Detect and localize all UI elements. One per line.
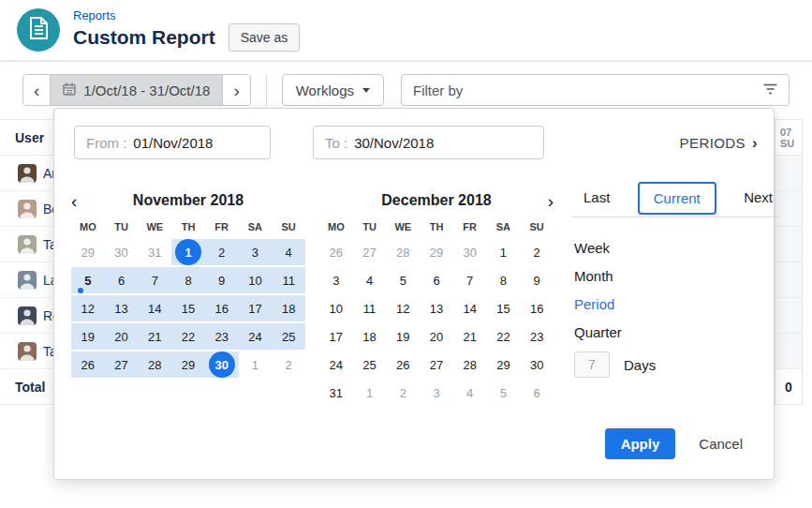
from-date-input[interactable]: From : 01/Nov/2018 <box>74 126 271 159</box>
calendar-day[interactable]: 20 <box>420 323 453 350</box>
calendar-day[interactable]: 20 <box>105 323 139 350</box>
calendar-day[interactable]: 12 <box>71 295 105 321</box>
calendar-day[interactable]: 4 <box>272 239 305 265</box>
days-count-input[interactable] <box>574 351 610 378</box>
calendar-day[interactable]: 18 <box>353 323 387 350</box>
calendar-day[interactable]: 30 <box>205 351 239 378</box>
calendar-day[interactable]: 14 <box>138 295 171 321</box>
calendar-day[interactable]: 4 <box>453 380 487 406</box>
calendar-day[interactable]: 7 <box>138 267 171 293</box>
tab-last[interactable]: Last <box>582 183 612 212</box>
calendar-day[interactable]: 6 <box>520 380 554 406</box>
worklogs-dropdown[interactable]: Worklogs <box>282 74 384 106</box>
calendar-day[interactable]: 26 <box>386 351 420 378</box>
apply-button[interactable]: Apply <box>605 428 676 459</box>
calendar-day[interactable]: 5 <box>487 380 521 406</box>
next-month-button[interactable]: › <box>529 192 554 210</box>
calendar-day[interactable]: 12 <box>386 295 420 321</box>
calendar-day[interactable]: 8 <box>487 267 521 293</box>
calendar-day[interactable]: 31 <box>138 239 171 265</box>
calendar-day[interactable]: 3 <box>319 267 353 293</box>
calendar-day[interactable]: 17 <box>319 323 353 350</box>
calendar-day[interactable]: 6 <box>420 267 453 293</box>
calendar-day[interactable]: 23 <box>520 323 554 350</box>
calendar-day[interactable]: 31 <box>319 380 353 406</box>
calendar-day[interactable]: 16 <box>205 295 239 321</box>
calendar-day[interactable]: 2 <box>272 351 305 378</box>
calendar-day[interactable]: 5 <box>386 267 420 293</box>
calendar-day[interactable]: 2 <box>520 239 554 265</box>
calendar-day[interactable]: 2 <box>205 239 239 265</box>
calendar-day[interactable]: 23 <box>205 323 239 350</box>
calendar-day[interactable]: 9 <box>205 267 239 293</box>
calendar-day[interactable]: 30 <box>520 351 554 378</box>
calendar-day[interactable]: 28 <box>386 239 420 265</box>
calendar-day[interactable]: 1 <box>487 239 521 265</box>
calendar-day[interactable]: 25 <box>272 323 305 350</box>
breadcrumb-reports-link[interactable]: Reports <box>73 8 300 22</box>
calendar-day[interactable]: 24 <box>319 351 353 378</box>
calendar-day[interactable]: 15 <box>487 295 521 321</box>
calendar-day[interactable]: 6 <box>105 267 139 293</box>
prev-month-button[interactable]: ‹ <box>71 192 96 210</box>
calendar-day[interactable]: 3 <box>239 239 273 265</box>
next-period-button[interactable]: › <box>223 75 249 105</box>
calendar-day[interactable]: 22 <box>487 323 521 350</box>
calendar-day[interactable]: 30 <box>105 239 139 265</box>
cancel-button[interactable]: Cancel <box>699 436 743 452</box>
calendar-day[interactable]: 9 <box>520 267 554 293</box>
calendar-day[interactable]: 11 <box>353 295 387 321</box>
calendar-day[interactable]: 13 <box>105 295 139 321</box>
calendar-day[interactable]: 28 <box>453 351 487 378</box>
calendar-day[interactable]: 14 <box>453 295 487 321</box>
calendar-day[interactable]: 7 <box>453 267 487 293</box>
calendar-day[interactable]: 30 <box>453 239 487 265</box>
to-date-input[interactable]: To : 30/Nov/2018 <box>313 126 544 159</box>
calendar-day[interactable]: 27 <box>353 239 387 265</box>
calendar-day[interactable]: 21 <box>453 323 487 350</box>
calendar-day[interactable]: 2 <box>386 380 420 406</box>
calendar-day[interactable]: 3 <box>420 380 453 406</box>
calendar-day[interactable]: 27 <box>105 351 139 378</box>
calendar-day[interactable]: 21 <box>138 323 171 350</box>
calendar-day[interactable]: 1 <box>353 380 387 406</box>
calendar-day[interactable]: 27 <box>420 351 453 378</box>
calendar-day[interactable]: 1 <box>171 239 205 265</box>
calendar-day[interactable]: 16 <box>520 295 554 321</box>
calendar-day[interactable]: 5 <box>71 267 105 293</box>
calendar-day[interactable]: 22 <box>171 323 205 350</box>
calendar-day[interactable]: 19 <box>386 323 420 350</box>
calendar-day[interactable]: 25 <box>353 351 387 378</box>
calendar-day[interactable]: 15 <box>171 295 205 321</box>
calendar-day[interactable]: 17 <box>239 295 273 321</box>
tab-next[interactable]: Next <box>742 183 775 212</box>
calendar-day[interactable]: 29 <box>71 239 105 265</box>
period-option-month[interactable]: Month <box>574 261 780 290</box>
calendar-day[interactable]: 13 <box>420 295 453 321</box>
calendar-day[interactable]: 1 <box>239 351 273 378</box>
calendar-day[interactable]: 4 <box>353 267 387 293</box>
filter-by-input[interactable] <box>413 82 763 98</box>
calendar-day[interactable]: 26 <box>319 239 353 265</box>
calendar-day[interactable]: 26 <box>71 351 105 378</box>
period-option-quarter[interactable]: Quarter <box>574 318 780 346</box>
period-option-period[interactable]: Period <box>574 290 780 318</box>
calendar-day[interactable]: 29 <box>487 351 521 378</box>
calendar-day[interactable]: 29 <box>171 351 205 378</box>
prev-period-button[interactable]: ‹ <box>23 75 50 105</box>
tab-current[interactable]: Current <box>638 182 716 215</box>
save-as-button[interactable]: Save as <box>229 23 301 52</box>
periods-toggle[interactable]: PERIODS › <box>680 135 758 151</box>
calendar-day[interactable]: 8 <box>171 267 205 293</box>
weekday-label: SU <box>272 221 305 232</box>
date-range-button[interactable]: 1/Oct/18 - 31/Oct/18 <box>50 75 223 105</box>
calendar-day[interactable]: 18 <box>272 295 305 321</box>
calendar-day[interactable]: 29 <box>420 239 453 265</box>
calendar-day[interactable]: 19 <box>71 323 105 350</box>
calendar-day[interactable]: 28 <box>138 351 171 378</box>
calendar-day[interactable]: 10 <box>239 267 273 293</box>
calendar-day[interactable]: 24 <box>239 323 273 350</box>
calendar-day[interactable]: 11 <box>272 267 305 293</box>
period-option-week[interactable]: Week <box>574 233 780 261</box>
calendar-day[interactable]: 10 <box>319 295 353 321</box>
